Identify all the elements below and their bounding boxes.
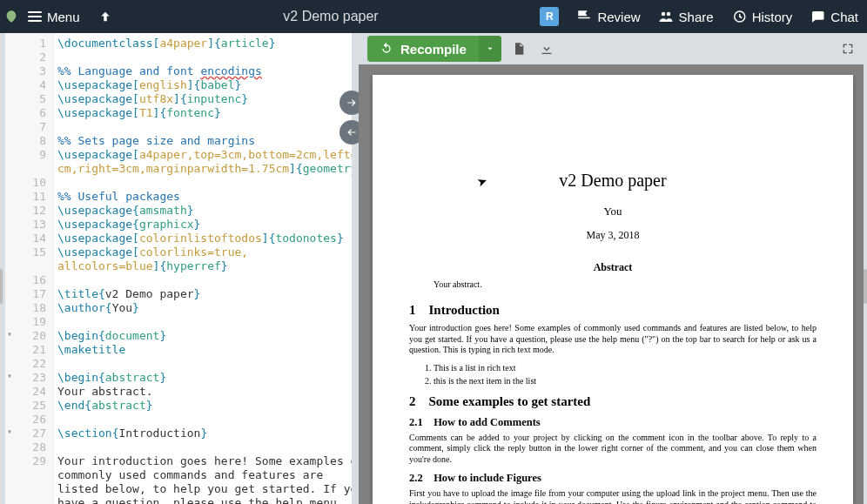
recompile-dropdown[interactable] — [479, 36, 501, 62]
code-line[interactable]: %% Useful packages — [57, 190, 350, 204]
recompile-label: Recompile — [400, 42, 467, 57]
brand-logo[interactable] — [3, 9, 19, 24]
line-number: 7 — [5, 120, 53, 134]
left-gutter-handle[interactable] — [0, 269, 3, 304]
pane-splitter[interactable] — [352, 33, 359, 504]
code-line[interactable] — [57, 413, 350, 427]
right-gutter-handle[interactable] — [864, 269, 867, 304]
line-number: 11 — [5, 190, 53, 204]
share-button[interactable]: Share — [649, 0, 722, 33]
code-line[interactable]: \begin{document} — [57, 329, 350, 343]
fullscreen-button[interactable] — [837, 38, 858, 59]
recompile-button[interactable]: Recompile — [367, 36, 501, 62]
pdf-list: This is a list in rich text this is the … — [434, 363, 817, 386]
line-number: 9 — [5, 148, 53, 162]
pdf-sec1-head: 1 Introduction — [409, 303, 817, 318]
code-line[interactable]: \begin{abstract} — [57, 371, 350, 385]
pdf-abstract-head: Abstract — [409, 261, 817, 274]
chat-icon — [810, 9, 825, 24]
code-line[interactable] — [57, 120, 350, 134]
line-number: 22 — [5, 357, 53, 371]
document-title: v2 Demo paper — [122, 9, 541, 24]
code-line[interactable]: have a question, please use the help men… — [57, 496, 350, 504]
code-line[interactable]: \section{Introduction} — [57, 427, 350, 440]
code-line[interactable]: \usepackage[utf8x]{inputenc} — [57, 92, 350, 106]
file-icon — [512, 42, 526, 56]
logs-button[interactable] — [508, 38, 529, 59]
chat-label: Chat — [830, 10, 858, 24]
code-line[interactable]: %% Language and font encodings — [57, 64, 350, 78]
code-line[interactable] — [57, 315, 350, 329]
pdf-sec22-head: 2.2 How to include Figures — [409, 472, 817, 485]
chat-button[interactable]: Chat — [801, 0, 867, 33]
line-number: 20 — [5, 329, 53, 343]
line-number: 24 — [5, 385, 53, 399]
code-line[interactable]: %% Sets page size and margins — [57, 134, 350, 148]
code-line[interactable]: cm,right=3cm,marginparwidth=1.75cm]{geom… — [57, 162, 350, 176]
code-line[interactable]: listed below, to help you get started. I… — [57, 482, 350, 496]
code-line[interactable]: \documentclass[a4paper]{article} — [57, 37, 350, 50]
code-line[interactable]: \author{You} — [57, 301, 350, 315]
line-number: 16 — [5, 273, 53, 287]
line-number: 15 — [5, 245, 53, 259]
expand-icon — [841, 42, 855, 56]
line-number: 1 — [5, 37, 53, 50]
code-line[interactable]: Your introduction goes here! Some exampl… — [57, 454, 350, 468]
history-button[interactable]: History — [722, 0, 802, 33]
pdf-date: May 3, 2018 — [409, 229, 817, 242]
line-number — [5, 162, 53, 176]
code-line[interactable] — [57, 273, 350, 287]
code-line[interactable]: \usepackage[a4paper,top=3cm,bottom=2cm,l… — [57, 148, 350, 162]
line-number: 2 — [5, 50, 53, 64]
pdf-sec1-body: Your introduction goes here! Some exampl… — [409, 323, 817, 356]
line-number — [5, 482, 53, 496]
code-editor[interactable]: \documentclass[a4paper]{article}%% Langu… — [54, 33, 352, 504]
code-line[interactable] — [57, 50, 350, 64]
code-line[interactable]: \usepackage{amsmath} — [57, 204, 350, 218]
pdf-title: v2 Demo paper — [409, 171, 817, 191]
pdf-sec21-head: 2.1 How to add Comments — [409, 416, 817, 429]
code-line[interactable]: \title{v2 Demo paper} — [57, 287, 350, 301]
code-line[interactable]: commonly used commands and features are — [57, 468, 350, 482]
preview-toolbar: Recompile — [359, 33, 867, 64]
menu-button[interactable]: Menu — [19, 0, 89, 33]
share-label: Share — [679, 10, 714, 24]
line-number: 27 — [5, 427, 53, 440]
code-line[interactable]: \maketitle — [57, 343, 350, 357]
share-icon — [658, 9, 674, 24]
line-number: 6 — [5, 106, 53, 120]
download-button[interactable] — [536, 38, 557, 59]
code-line[interactable]: allcolors=blue]{hyperref} — [57, 259, 350, 273]
code-line[interactable]: \end{abstract} — [57, 399, 350, 413]
code-line[interactable]: Your abstract. — [57, 385, 350, 399]
topbar: Menu v2 Demo paper R Review Share Histor… — [0, 0, 867, 33]
line-number — [5, 496, 53, 504]
review-button[interactable]: Review — [568, 0, 649, 33]
pdf-viewport[interactable]: ➤ v2 Demo paper You May 3, 2018 Abstract… — [359, 64, 867, 504]
review-icon — [576, 9, 592, 24]
line-number: 14 — [5, 232, 53, 245]
line-number — [5, 259, 53, 273]
line-number: 12 — [5, 204, 53, 218]
pdf-list-item: this is the next item in the list — [434, 376, 817, 386]
code-line[interactable] — [57, 357, 350, 371]
line-number: 18 — [5, 301, 53, 315]
code-line[interactable]: \usepackage{graphicx} — [57, 218, 350, 232]
history-icon — [731, 9, 747, 24]
download-icon — [540, 42, 554, 56]
pdf-sec22-body: First you have to upload the image file … — [409, 488, 817, 504]
up-level-button[interactable] — [89, 0, 122, 33]
right-handle[interactable] — [864, 33, 867, 504]
user-avatar[interactable]: R — [540, 7, 559, 26]
arrow-left-icon — [346, 126, 358, 138]
line-number: 17 — [5, 287, 53, 301]
code-line[interactable]: \usepackage[colorinlistoftodos]{todonote… — [57, 232, 350, 245]
code-line[interactable]: \usepackage[english]{babel} — [57, 78, 350, 92]
code-line[interactable]: \usepackage[T1]{fontenc} — [57, 106, 350, 120]
editor-pane: 1234567891011121314151617181920212223242… — [5, 33, 352, 504]
code-line[interactable] — [57, 176, 350, 190]
code-line[interactable] — [57, 440, 350, 454]
history-label: History — [752, 10, 793, 24]
code-line[interactable]: \usepackage[colorlinks=true, — [57, 245, 350, 259]
line-number: 29 — [5, 454, 53, 468]
